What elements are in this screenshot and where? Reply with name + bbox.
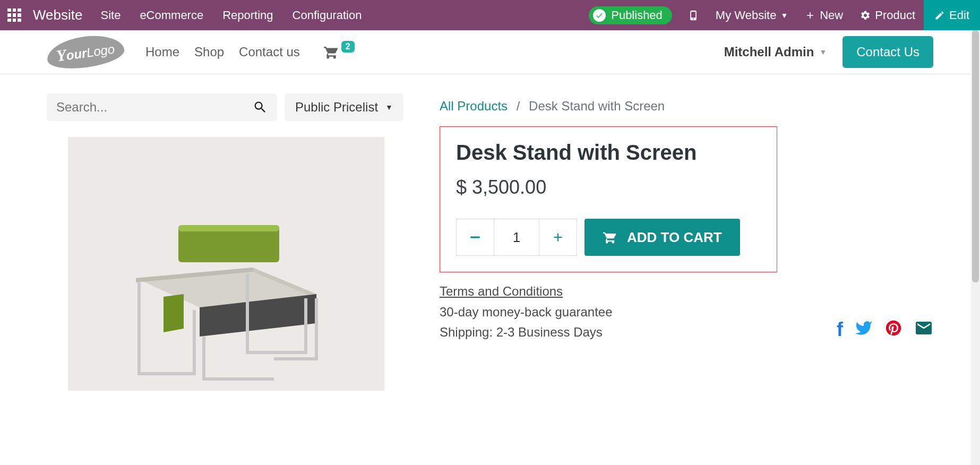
site-header: YourLogo Home Shop Contact us 2 Mitchell… [0,30,980,74]
chevron-down-icon: ▼ [385,103,393,111]
email-icon[interactable] [914,318,933,341]
scrollbar-thumb[interactable] [972,30,979,282]
qty-input[interactable] [494,219,539,256]
search-box[interactable] [47,93,277,121]
product-label: Product [875,8,915,22]
share-icons: f [837,318,933,343]
product-terms: Terms and Conditions 30-day money-back g… [440,284,933,343]
topbar-right: Published My Website ▼ New Product Edit [589,0,980,30]
left-column: Public Pricelist ▼ [47,93,418,391]
edit-button[interactable]: Edit [924,0,980,30]
add-to-cart-label: ADD TO CART [627,229,722,246]
apps-icon[interactable] [7,8,21,22]
terms-link[interactable]: Terms and Conditions [440,284,563,299]
qty-increase-button[interactable] [539,219,577,256]
new-button[interactable]: New [796,0,852,30]
plus-icon [551,230,565,244]
scrollbar[interactable] [971,30,980,391]
topnav-configuration[interactable]: Configuration [293,8,362,22]
topnav-reporting[interactable]: Reporting [222,8,273,22]
facebook-icon[interactable]: f [837,318,843,341]
product-price: $ 3,500.00 [456,176,761,199]
breadcrumb: All Products / Desk Stand with Screen [440,99,933,114]
app-brand[interactable]: Website [33,7,82,23]
product-image [68,137,384,391]
product-title: Desk Stand with Screen [456,141,761,165]
add-to-cart-row: ADD TO CART [456,219,761,256]
gear-icon [860,10,871,21]
cart-icon [603,230,617,245]
published-label: Published [611,8,663,22]
published-toggle[interactable]: Published [589,6,672,24]
add-to-cart-button[interactable]: ADD TO CART [584,219,740,256]
pricelist-label: Public Pricelist [295,100,378,115]
pencil-icon [934,10,945,21]
topnav-site[interactable]: Site [100,8,121,22]
desk-illustration [115,214,338,384]
my-website-dropdown[interactable]: My Website ▼ [707,0,796,30]
nav-home[interactable]: Home [145,45,179,59]
right-column: All Products / Desk Stand with Screen De… [440,93,933,391]
top-nav: Site eCommerce Reporting Configuration [100,8,362,22]
contact-us-button[interactable]: Contact Us [843,36,933,68]
guarantee-text: 30-day money-back guarantee [440,302,613,322]
qty-decrease-button[interactable] [456,219,494,256]
pinterest-icon[interactable] [884,319,902,340]
quantity-stepper [456,219,577,256]
pricelist-dropdown[interactable]: Public Pricelist ▼ [285,93,403,121]
product-button[interactable]: Product [852,0,924,30]
twitter-icon[interactable] [855,319,873,340]
svg-marker-6 [164,294,184,332]
nav-shop[interactable]: Shop [194,45,224,59]
site-nav: Home Shop Contact us [145,45,300,59]
catalog-toolbar: Public Pricelist ▼ [47,93,418,121]
my-website-label: My Website [716,8,777,22]
cart-link[interactable]: 2 [323,44,355,60]
topnav-ecommerce[interactable]: eCommerce [140,8,203,22]
chevron-down-icon: ▼ [780,11,788,20]
mobile-preview-button[interactable] [680,0,707,30]
edit-label: Edit [949,8,969,22]
main-content: Public Pricelist ▼ [0,74,980,391]
nav-contactus[interactable]: Contact us [239,45,300,59]
cart-count-badge: 2 [341,41,355,53]
plus-icon [805,10,815,21]
chevron-down-icon: ▼ [819,48,827,56]
search-icon[interactable] [253,100,268,115]
product-panel-highlight: Desk Stand with Screen $ 3,500.00 ADD TO… [440,126,777,272]
user-name: Mitchell Admin [724,45,814,59]
user-menu[interactable]: Mitchell Admin ▼ [724,45,827,59]
svg-rect-7 [470,236,479,238]
breadcrumb-sep: / [517,99,520,113]
svg-rect-1 [178,225,279,231]
search-input[interactable] [56,100,253,115]
mobile-icon [688,10,699,21]
minus-icon [468,230,482,244]
new-label: New [820,8,843,22]
check-icon [593,9,606,22]
breadcrumb-root[interactable]: All Products [440,99,508,113]
site-logo[interactable]: YourLogo [47,37,124,67]
shipping-text: Shipping: 2-3 Business Days [440,322,613,342]
admin-topbar: Website Site eCommerce Reporting Configu… [0,0,980,30]
cart-icon [323,44,339,60]
breadcrumb-current: Desk Stand with Screen [529,99,665,113]
